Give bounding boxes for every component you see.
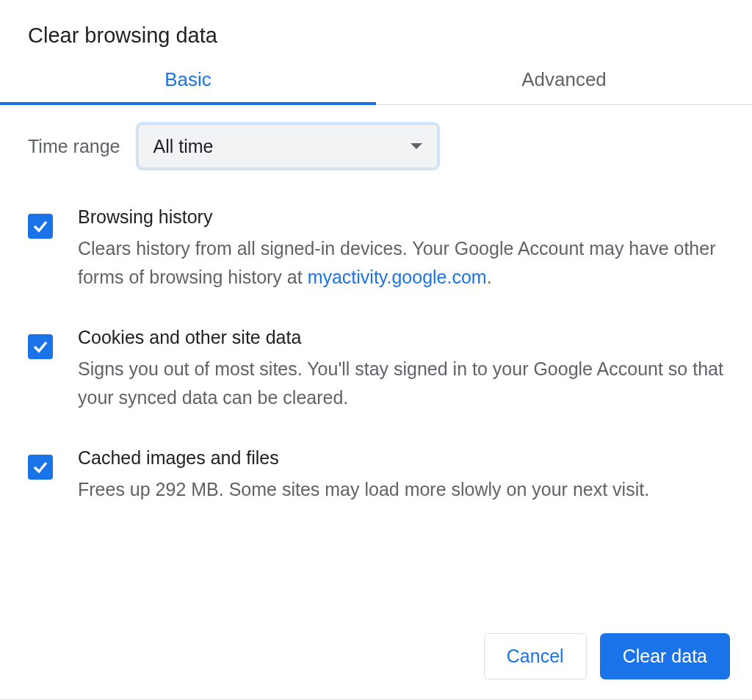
tab-advanced-label: Advanced xyxy=(521,68,607,90)
chevron-down-icon xyxy=(411,143,422,149)
clear-data-button[interactable]: Clear data xyxy=(600,633,730,679)
check-icon xyxy=(32,458,49,476)
option-title: Browsing history xyxy=(78,203,724,230)
option-desc: Frees up 292 MB. Some sites may load mor… xyxy=(78,475,724,504)
tab-bar: Basic Advanced xyxy=(0,68,752,105)
option-text: Cached images and files Frees up 292 MB.… xyxy=(78,444,724,504)
option-text: Browsing history Clears history from all… xyxy=(78,203,724,292)
option-desc: Clears history from all signed-in device… xyxy=(78,234,724,292)
tab-advanced[interactable]: Advanced xyxy=(376,68,752,104)
check-icon xyxy=(32,217,49,235)
time-range-value: All time xyxy=(153,136,214,157)
desc-suffix: . xyxy=(487,267,492,287)
checkbox-browsing-history[interactable] xyxy=(28,214,53,239)
time-range-label: Time range xyxy=(28,136,120,157)
time-range-select[interactable]: All time xyxy=(138,124,438,168)
dialog-content: Time range All time Browsing history Cle… xyxy=(0,105,752,504)
check-icon xyxy=(32,338,49,356)
option-cookies: Cookies and other site data Signs you ou… xyxy=(28,324,724,412)
clear-browsing-data-dialog: Clear browsing data Basic Advanced Time … xyxy=(0,0,752,504)
option-title: Cached images and files xyxy=(78,444,724,471)
option-browsing-history: Browsing history Clears history from all… xyxy=(28,203,724,292)
checkbox-cookies[interactable] xyxy=(28,334,53,359)
myactivity-link[interactable]: myactivity.google.com xyxy=(308,267,487,287)
option-cache: Cached images and files Frees up 292 MB.… xyxy=(28,444,724,504)
option-text: Cookies and other site data Signs you ou… xyxy=(78,324,724,412)
cancel-button[interactable]: Cancel xyxy=(484,633,587,679)
dialog-title: Clear browsing data xyxy=(0,0,752,68)
time-range-row: Time range All time xyxy=(28,124,724,168)
dialog-footer: Cancel Clear data xyxy=(484,633,730,679)
option-desc: Signs you out of most sites. You'll stay… xyxy=(78,355,724,412)
tab-basic-label: Basic xyxy=(164,68,212,90)
tab-basic[interactable]: Basic xyxy=(0,68,376,104)
checkbox-cache[interactable] xyxy=(28,455,53,480)
option-title: Cookies and other site data xyxy=(78,324,724,350)
